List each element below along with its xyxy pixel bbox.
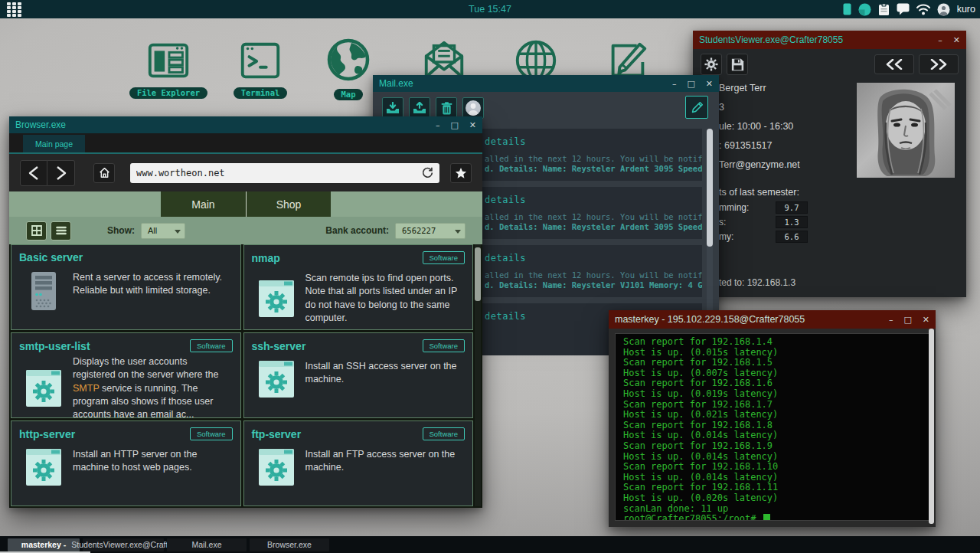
terminal-prompt[interactable]: root@Crafter78055:/root#	[623, 514, 929, 521]
compose-button[interactable]	[685, 96, 708, 119]
item-title: smtp-user-list	[19, 340, 90, 352]
mail-preview-line: d. Details: Name: Reysteler Ardent 3095 …	[485, 222, 694, 231]
minimize-icon[interactable]: –	[889, 315, 893, 325]
desktop-icon-file-explorer[interactable]: File Explorer	[121, 37, 216, 99]
top-bar: Tue 15:47 kuro	[0, 0, 980, 18]
taskbar-item-masterkey[interactable]: masterkey -	[8, 538, 80, 551]
bookmark-button[interactable]	[450, 163, 472, 183]
connected-to-status: ted to: 192.168.1.3	[719, 277, 795, 288]
close-icon[interactable]: ✕	[469, 120, 476, 130]
item-title: Basic server	[19, 251, 83, 263]
floppy-save-icon	[731, 58, 744, 71]
list-view-button[interactable]	[51, 221, 71, 241]
taskbar: masterkey - StudentsViewer.exe@Crafter M…	[0, 536, 980, 553]
shop-scrollbar[interactable]	[475, 244, 481, 506]
save-button[interactable]	[727, 54, 748, 75]
terminal-scrollbar[interactable]	[929, 329, 934, 524]
url-bar[interactable]	[130, 163, 439, 183]
back-button[interactable]	[20, 160, 47, 186]
browser-tab[interactable]: Main page	[23, 135, 85, 152]
clipboard-icon[interactable]	[878, 3, 890, 16]
grid-view-button[interactable]	[26, 221, 47, 241]
delete-mail-button[interactable]	[436, 97, 457, 119]
item-title: ssh-server	[252, 340, 306, 352]
shop-item-ssh-server[interactable]: ssh-server Software	[243, 332, 474, 418]
mail-preview-line: alled in the next 12 hours. You will be …	[485, 270, 694, 280]
user-icon[interactable]	[937, 3, 950, 16]
portrait-image	[857, 83, 955, 178]
browser-titlebar[interactable]: Browser.exe – □ ✕	[9, 116, 482, 133]
contacts-button[interactable]	[462, 97, 484, 119]
inbox-icon	[386, 102, 400, 114]
chat-icon[interactable]	[897, 3, 910, 15]
trash-icon	[441, 102, 452, 115]
mail-titlebar[interactable]: Mail.exe – □ ✕	[373, 75, 719, 92]
home-icon	[99, 167, 110, 178]
close-icon[interactable]: ✕	[923, 315, 929, 325]
next-student-button[interactable]	[919, 54, 959, 74]
minimize-icon[interactable]: –	[672, 79, 677, 89]
students-viewer-window: StudentsViewer.exe@Crafter78055 – ✕	[693, 31, 966, 297]
apps-grid-icon[interactable]	[4, 2, 24, 17]
shop-item-basic-server[interactable]: Basic server	[11, 244, 241, 330]
maximize-icon[interactable]: □	[903, 315, 911, 325]
taskbar-item-mail[interactable]: Mail.exe	[167, 538, 247, 551]
shop-item-nmap[interactable]: nmap Software	[243, 244, 474, 330]
clock: Tue 15:47	[469, 4, 511, 15]
site-tab-main[interactable]: Main	[161, 191, 246, 217]
students-titlebar[interactable]: StudentsViewer.exe@Crafter78055 – ✕	[693, 31, 966, 49]
scrollbar-thumb[interactable]	[929, 329, 934, 524]
reload-icon[interactable]	[422, 167, 433, 178]
item-description: Install an FTP access server on the mach…	[305, 448, 462, 486]
taskbar-item-browser[interactable]: Browser.exe	[250, 538, 329, 551]
terminal-titlebar[interactable]: masterkey - 195.102.229.158@Crafter78055…	[609, 310, 936, 329]
mail-details-link[interactable]: details	[485, 253, 694, 263]
show-filter-value: All	[148, 226, 157, 235]
software-app-icon	[258, 272, 295, 325]
status-circle-icon[interactable]	[858, 3, 871, 16]
webpage-content: Main Shop Show: All Bank account: 656222…	[9, 191, 482, 508]
gear-icon	[704, 57, 718, 71]
shop-item-http-server[interactable]: http-server Software	[11, 420, 241, 506]
outbox-button[interactable]	[409, 97, 430, 119]
bank-account-label: Bank account:	[325, 225, 389, 236]
maximize-icon[interactable]: □	[687, 79, 694, 89]
scrollbar-thumb[interactable]	[707, 129, 713, 247]
url-input[interactable]	[136, 168, 422, 178]
mail-details-link[interactable]: details	[485, 136, 694, 147]
forward-button[interactable]	[47, 160, 75, 186]
grades-section-label: ts of last semester:	[719, 187, 799, 198]
student-schedule: ule: 10:00 - 16:30	[719, 121, 793, 132]
close-icon[interactable]: ✕	[953, 35, 960, 45]
mail-details-link[interactable]: details	[485, 195, 694, 205]
battery-icon[interactable]	[843, 3, 851, 15]
grade-label: mming:	[719, 202, 749, 213]
close-icon[interactable]: ✕	[706, 79, 713, 89]
chevrons-right-icon	[929, 59, 948, 70]
mail-scrollbar[interactable]	[707, 129, 713, 319]
browser-navbar	[9, 154, 482, 191]
inbox-button[interactable]	[382, 97, 403, 119]
taskbar-item-studentsviewer[interactable]: StudentsViewer.exe@Crafter	[83, 538, 164, 551]
terminal-line: Scan report for 192.168.1.6	[623, 378, 929, 389]
site-tab-shop[interactable]: Shop	[246, 191, 331, 217]
previous-student-button[interactable]	[874, 54, 914, 74]
home-button[interactable]	[93, 163, 115, 183]
scrollbar-thumb[interactable]	[475, 247, 481, 301]
terminal-cursor	[763, 514, 770, 521]
software-app-icon	[258, 360, 295, 398]
terminal-screen[interactable]: Scan report for 192.168.1.4 Host is up. …	[615, 333, 929, 521]
minimize-icon[interactable]: –	[436, 120, 440, 130]
desktop-icon-terminal[interactable]: Terminal	[213, 37, 308, 99]
maximize-icon[interactable]: □	[450, 120, 458, 130]
shop-item-ftp-server[interactable]: ftp-server Software	[243, 420, 474, 506]
settings-button[interactable]	[701, 54, 722, 75]
wifi-icon[interactable]	[916, 4, 930, 15]
terminal-icon	[237, 37, 284, 84]
student-portrait	[857, 83, 955, 178]
minimize-icon[interactable]: –	[938, 35, 942, 45]
shop-item-smtp-user-list[interactable]: smtp-user-list Software	[11, 332, 241, 418]
username[interactable]: kuro	[957, 4, 975, 15]
bank-account-dropdown[interactable]: 6562227	[395, 223, 466, 239]
show-filter-dropdown[interactable]: All	[141, 223, 185, 239]
